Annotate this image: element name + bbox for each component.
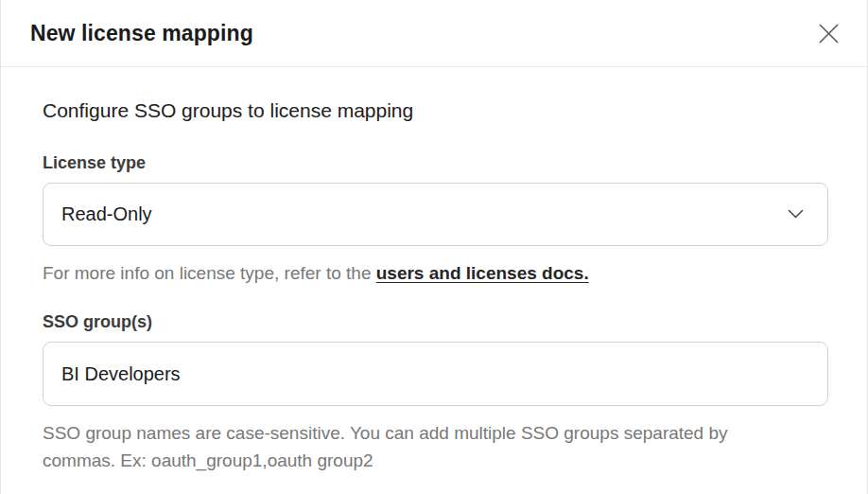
close-button[interactable] bbox=[815, 20, 842, 46]
license-type-field-group: License type Read-Only For more info on … bbox=[43, 152, 828, 287]
modal-body: Configure SSO groups to license mapping … bbox=[1, 67, 867, 474]
close-icon bbox=[817, 22, 841, 45]
license-type-help-prefix: For more info on license type, refer to … bbox=[43, 263, 376, 283]
sso-groups-help-text: SSO group names are case-sensitive. You … bbox=[43, 419, 790, 474]
license-type-label: License type bbox=[43, 152, 828, 173]
chevron-down-icon bbox=[788, 209, 804, 220]
sso-groups-input[interactable] bbox=[43, 342, 828, 406]
sso-groups-field-group: SSO group(s) SSO group names are case-se… bbox=[43, 311, 828, 474]
sso-groups-label: SSO group(s) bbox=[43, 311, 828, 332]
license-type-select[interactable]: Read-Only bbox=[43, 183, 828, 246]
users-and-licenses-docs-link[interactable]: users and licenses docs. bbox=[376, 263, 589, 283]
license-type-help-text: For more info on license type, refer to … bbox=[43, 259, 828, 287]
modal-header: New license mapping bbox=[1, 0, 867, 67]
license-type-selected-value: Read-Only bbox=[61, 203, 152, 225]
new-license-mapping-modal: New license mapping Configure SSO groups… bbox=[0, 0, 868, 494]
section-heading: Configure SSO groups to license mapping bbox=[43, 97, 828, 124]
modal-title: New license mapping bbox=[30, 21, 253, 46]
